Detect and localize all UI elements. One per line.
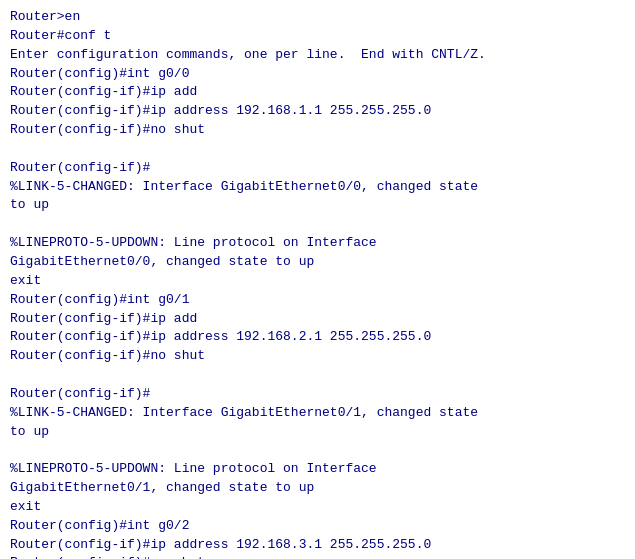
terminal-window: Router>en Router#conf t Enter configurat… (0, 0, 635, 559)
terminal-output: Router>en Router#conf t Enter configurat… (10, 8, 625, 559)
